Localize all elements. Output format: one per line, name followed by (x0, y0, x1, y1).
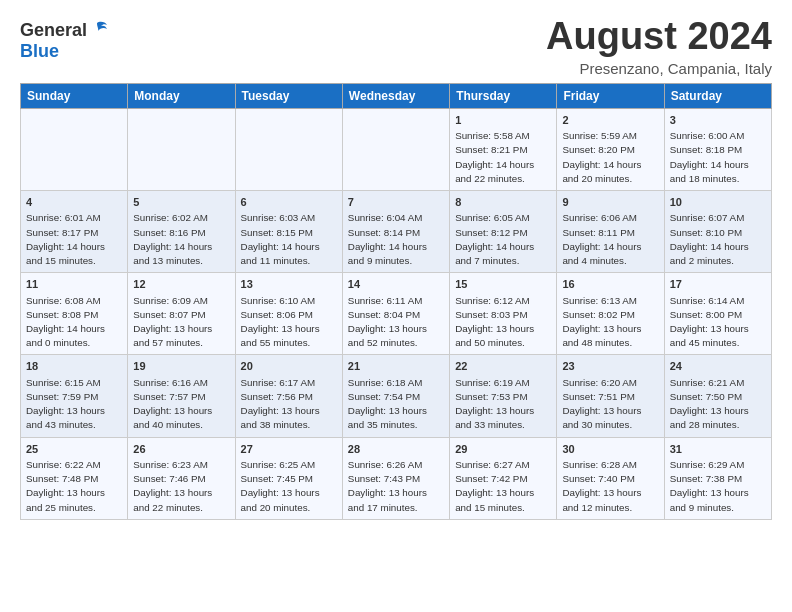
day-info: Sunrise: 6:14 AM Sunset: 8:00 PM Dayligh… (670, 294, 766, 351)
day-info: Sunrise: 5:58 AM Sunset: 8:21 PM Dayligh… (455, 129, 551, 186)
calendar-week-row: 25Sunrise: 6:22 AM Sunset: 7:48 PM Dayli… (21, 437, 772, 519)
calendar-cell: 23Sunrise: 6:20 AM Sunset: 7:51 PM Dayli… (557, 355, 664, 437)
day-number: 28 (348, 442, 444, 457)
day-info: Sunrise: 6:12 AM Sunset: 8:03 PM Dayligh… (455, 294, 551, 351)
day-number: 13 (241, 277, 337, 292)
day-number: 24 (670, 359, 766, 374)
day-info: Sunrise: 6:17 AM Sunset: 7:56 PM Dayligh… (241, 376, 337, 433)
weekday-header-wednesday: Wednesday (342, 83, 449, 108)
day-number: 31 (670, 442, 766, 457)
calendar-cell: 29Sunrise: 6:27 AM Sunset: 7:42 PM Dayli… (450, 437, 557, 519)
calendar-cell: 12Sunrise: 6:09 AM Sunset: 8:07 PM Dayli… (128, 273, 235, 355)
calendar-cell: 4Sunrise: 6:01 AM Sunset: 8:17 PM Daylig… (21, 191, 128, 273)
day-number: 6 (241, 195, 337, 210)
day-number: 16 (562, 277, 658, 292)
day-info: Sunrise: 6:00 AM Sunset: 8:18 PM Dayligh… (670, 129, 766, 186)
day-info: Sunrise: 6:29 AM Sunset: 7:38 PM Dayligh… (670, 458, 766, 515)
weekday-header-tuesday: Tuesday (235, 83, 342, 108)
logo-bird-icon (89, 19, 111, 41)
day-number: 23 (562, 359, 658, 374)
day-info: Sunrise: 6:22 AM Sunset: 7:48 PM Dayligh… (26, 458, 122, 515)
weekday-header-friday: Friday (557, 83, 664, 108)
calendar-week-row: 4Sunrise: 6:01 AM Sunset: 8:17 PM Daylig… (21, 191, 772, 273)
day-info: Sunrise: 6:20 AM Sunset: 7:51 PM Dayligh… (562, 376, 658, 433)
calendar-cell: 27Sunrise: 6:25 AM Sunset: 7:45 PM Dayli… (235, 437, 342, 519)
day-number: 2 (562, 113, 658, 128)
calendar-cell: 31Sunrise: 6:29 AM Sunset: 7:38 PM Dayli… (664, 437, 771, 519)
day-number: 11 (26, 277, 122, 292)
calendar-cell: 17Sunrise: 6:14 AM Sunset: 8:00 PM Dayli… (664, 273, 771, 355)
day-info: Sunrise: 6:01 AM Sunset: 8:17 PM Dayligh… (26, 211, 122, 268)
calendar-week-row: 1Sunrise: 5:58 AM Sunset: 8:21 PM Daylig… (21, 108, 772, 190)
calendar-cell: 11Sunrise: 6:08 AM Sunset: 8:08 PM Dayli… (21, 273, 128, 355)
day-number: 5 (133, 195, 229, 210)
day-number: 15 (455, 277, 551, 292)
calendar-cell (128, 108, 235, 190)
day-number: 1 (455, 113, 551, 128)
calendar-table: SundayMondayTuesdayWednesdayThursdayFrid… (20, 83, 772, 520)
weekday-header-row: SundayMondayTuesdayWednesdayThursdayFrid… (21, 83, 772, 108)
day-info: Sunrise: 6:05 AM Sunset: 8:12 PM Dayligh… (455, 211, 551, 268)
day-info: Sunrise: 6:25 AM Sunset: 7:45 PM Dayligh… (241, 458, 337, 515)
day-info: Sunrise: 6:03 AM Sunset: 8:15 PM Dayligh… (241, 211, 337, 268)
calendar-cell: 26Sunrise: 6:23 AM Sunset: 7:46 PM Dayli… (128, 437, 235, 519)
day-number: 27 (241, 442, 337, 457)
day-number: 25 (26, 442, 122, 457)
logo-general: General (20, 20, 87, 41)
day-info: Sunrise: 6:09 AM Sunset: 8:07 PM Dayligh… (133, 294, 229, 351)
calendar-cell: 2Sunrise: 5:59 AM Sunset: 8:20 PM Daylig… (557, 108, 664, 190)
day-info: Sunrise: 6:08 AM Sunset: 8:08 PM Dayligh… (26, 294, 122, 351)
day-number: 4 (26, 195, 122, 210)
day-info: Sunrise: 6:10 AM Sunset: 8:06 PM Dayligh… (241, 294, 337, 351)
day-info: Sunrise: 6:16 AM Sunset: 7:57 PM Dayligh… (133, 376, 229, 433)
calendar-cell: 30Sunrise: 6:28 AM Sunset: 7:40 PM Dayli… (557, 437, 664, 519)
day-info: Sunrise: 5:59 AM Sunset: 8:20 PM Dayligh… (562, 129, 658, 186)
day-info: Sunrise: 6:21 AM Sunset: 7:50 PM Dayligh… (670, 376, 766, 433)
calendar-cell: 5Sunrise: 6:02 AM Sunset: 8:16 PM Daylig… (128, 191, 235, 273)
calendar-week-row: 18Sunrise: 6:15 AM Sunset: 7:59 PM Dayli… (21, 355, 772, 437)
day-info: Sunrise: 6:23 AM Sunset: 7:46 PM Dayligh… (133, 458, 229, 515)
day-number: 22 (455, 359, 551, 374)
day-number: 7 (348, 195, 444, 210)
day-number: 8 (455, 195, 551, 210)
day-number: 21 (348, 359, 444, 374)
day-number: 17 (670, 277, 766, 292)
calendar-cell: 22Sunrise: 6:19 AM Sunset: 7:53 PM Dayli… (450, 355, 557, 437)
day-number: 18 (26, 359, 122, 374)
page: General Blue August 2024 Presenzano, Cam… (0, 0, 792, 530)
day-number: 26 (133, 442, 229, 457)
weekday-header-saturday: Saturday (664, 83, 771, 108)
calendar-cell: 7Sunrise: 6:04 AM Sunset: 8:14 PM Daylig… (342, 191, 449, 273)
logo-block: General Blue (20, 20, 111, 62)
logo: General Blue (20, 20, 111, 62)
day-info: Sunrise: 6:28 AM Sunset: 7:40 PM Dayligh… (562, 458, 658, 515)
calendar-cell: 1Sunrise: 5:58 AM Sunset: 8:21 PM Daylig… (450, 108, 557, 190)
day-info: Sunrise: 6:13 AM Sunset: 8:02 PM Dayligh… (562, 294, 658, 351)
day-number: 30 (562, 442, 658, 457)
calendar-cell: 25Sunrise: 6:22 AM Sunset: 7:48 PM Dayli… (21, 437, 128, 519)
calendar-cell: 15Sunrise: 6:12 AM Sunset: 8:03 PM Dayli… (450, 273, 557, 355)
calendar-cell: 8Sunrise: 6:05 AM Sunset: 8:12 PM Daylig… (450, 191, 557, 273)
calendar-cell: 3Sunrise: 6:00 AM Sunset: 8:18 PM Daylig… (664, 108, 771, 190)
day-number: 19 (133, 359, 229, 374)
day-number: 20 (241, 359, 337, 374)
day-number: 10 (670, 195, 766, 210)
day-info: Sunrise: 6:19 AM Sunset: 7:53 PM Dayligh… (455, 376, 551, 433)
day-info: Sunrise: 6:02 AM Sunset: 8:16 PM Dayligh… (133, 211, 229, 268)
title-area: August 2024 Presenzano, Campania, Italy (546, 16, 772, 77)
weekday-header-thursday: Thursday (450, 83, 557, 108)
day-info: Sunrise: 6:07 AM Sunset: 8:10 PM Dayligh… (670, 211, 766, 268)
header: General Blue August 2024 Presenzano, Cam… (20, 16, 772, 77)
day-info: Sunrise: 6:06 AM Sunset: 8:11 PM Dayligh… (562, 211, 658, 268)
calendar-cell (342, 108, 449, 190)
day-number: 14 (348, 277, 444, 292)
month-title: August 2024 (546, 16, 772, 58)
day-info: Sunrise: 6:11 AM Sunset: 8:04 PM Dayligh… (348, 294, 444, 351)
day-info: Sunrise: 6:04 AM Sunset: 8:14 PM Dayligh… (348, 211, 444, 268)
calendar-cell (235, 108, 342, 190)
calendar-cell: 10Sunrise: 6:07 AM Sunset: 8:10 PM Dayli… (664, 191, 771, 273)
calendar-week-row: 11Sunrise: 6:08 AM Sunset: 8:08 PM Dayli… (21, 273, 772, 355)
calendar-cell: 13Sunrise: 6:10 AM Sunset: 8:06 PM Dayli… (235, 273, 342, 355)
weekday-header-sunday: Sunday (21, 83, 128, 108)
logo-blue: Blue (20, 41, 59, 61)
